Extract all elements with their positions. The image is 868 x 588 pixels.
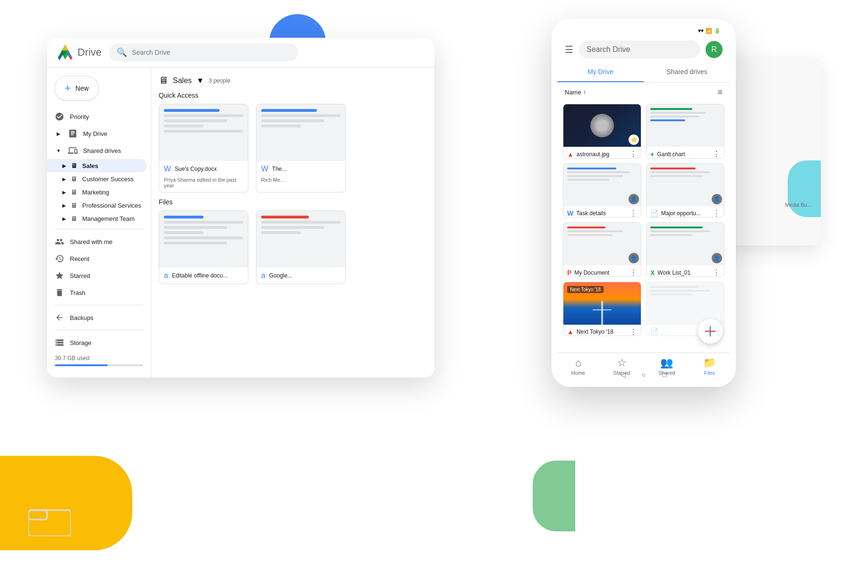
shared-badge-mydoc: 👤 [629,253,639,263]
phone-header: ☰ Search Drive R [557,37,730,62]
file-preview-editable [159,211,248,268]
phone-search-bar[interactable]: Search Drive [579,41,700,59]
phone-nav-files[interactable]: 📁 Files [703,357,716,376]
more-btn-astronaut[interactable]: ⋮ [630,150,637,159]
home-gesture[interactable]: ○ [639,370,648,379]
status-icons: ▾▾ 📶 🔋 [698,27,721,34]
phone-file-preview-astronaut: ⭐ [563,104,641,147]
phone-file-astronaut[interactable]: ⭐ ▲ astronaut.jpg ⋮ [563,104,641,159]
sidebar-item-backups[interactable]: Backups [47,309,147,326]
files-nav-icon: 📁 [703,357,716,369]
priority-icon [55,112,64,121]
sidebar-item-shared-drives[interactable]: ▼ Shared drives [47,142,147,159]
shared-nav-icon: 👥 [660,357,673,369]
phone-file-info-major: 📄 Major opportu... ⋮ [647,206,724,218]
sidebar-item-sales[interactable]: ▶ 🖥 Sales [47,159,147,172]
sort-control[interactable]: Name ↑ [565,89,586,96]
phone-file-work-list[interactable]: 👤 X Work List_01 ⋮ [646,222,724,277]
phone-file-preview-placeholder [647,282,724,325]
sort-label: Name [565,89,581,96]
more-btn-task[interactable]: ⋮ [630,209,637,218]
phone-file-my-document[interactable]: 👤 P My Document ⋮ [563,222,641,277]
sort-direction-icon: ↑ [583,89,587,96]
sidebar-item-priority[interactable]: Priority [47,108,147,125]
phone-nav-home[interactable]: ⌂ Home [571,357,585,376]
avatar-letter: R [711,45,717,54]
my-drive-icon [68,129,77,138]
phone-file-name-worklist: Work List_01 [657,269,710,276]
phone-file-info-worklist: X Work List_01 ⋮ [647,265,724,277]
sidebar-item-customer-success[interactable]: ▶ 🖥 Customer Success [47,172,151,185]
files-grid: a Editable offline docu... [159,210,427,284]
file-name-editable: Editable offline docu... [172,272,243,279]
sidebar-item-professional-services[interactable]: ▶ 🖥 Professional Services [47,199,151,212]
sidebar-recent-label: Recent [70,255,89,262]
sidebar-shared-drives-label: Shared drives [83,147,121,154]
phone-avatar[interactable]: R [706,41,723,58]
storage-used-label: 30.7 GB used [55,355,89,361]
phone-file-preview-tokyo: Next Tokyo '18 [563,282,641,325]
file-card-sues-copy[interactable]: W Sue's Copy.docx Priya Sharma edited in… [159,104,248,193]
phone-file-task-details[interactable]: 👤 W Task details ⋮ [563,163,641,218]
tokyo-image: Next Tokyo '18 [563,282,641,325]
phone-file-tokyo[interactable]: Next Tokyo '18 ▲ Next Tokyo '18 ⋮ [563,282,641,336]
drive-dropdown-arrow[interactable]: ▼ [196,76,204,85]
more-btn-major[interactable]: ⋮ [713,209,720,218]
sidebar-item-recent[interactable]: Recent [47,250,147,267]
files-nav-label: Files [704,370,715,376]
docx-icon-2: W [261,165,268,173]
sidebar-item-my-drive[interactable]: ▶ My Drive [47,125,147,142]
drive-search-bar[interactable]: 🔍 [109,43,298,61]
recents-gesture[interactable]: □ [660,370,669,379]
bg-green-shape [533,461,575,531]
sidebar-item-shared-with-me[interactable]: Shared with me [47,233,147,250]
phone-file-name-task: Task details [576,210,627,217]
more-btn-worklist[interactable]: ⋮ [713,268,720,277]
starred-icon [55,271,64,280]
phone-file-info-gantt: + Gantt chart ⋮ [647,147,724,159]
sidebar-shared-with-me-label: Shared with me [70,238,112,245]
sidebar-item-trash[interactable]: Trash [47,284,147,301]
tab-my-drive-label: My Drive [587,68,613,76]
phone-status-bar: ▾▾ 📶 🔋 [557,25,730,37]
sidebar-cs-label: Customer Success [82,176,134,183]
sidebar-item-storage[interactable]: Storage [47,334,147,351]
sidebar-item-marketing[interactable]: ▶ 🖥 Marketing [47,185,151,199]
svg-rect-0 [28,510,71,536]
menu-icon[interactable]: ☰ [565,44,573,55]
file-card-the[interactable]: W The... Rich Me... [256,104,346,193]
expand-icon-shared-drives: ▼ [55,147,62,154]
sidebar-item-starred[interactable]: Starred [47,267,147,284]
shared-with-me-icon [55,237,64,246]
more-btn-gantt[interactable]: ⋮ [713,150,720,159]
sidebar-ps-label: Professional Services [82,202,141,209]
sidebar-item-management-team[interactable]: ▶ 🖥 Management Team [47,212,151,225]
tab-shared-drives[interactable]: Shared drives [644,62,730,82]
tab-my-drive[interactable]: My Drive [557,62,644,82]
search-input[interactable] [132,49,290,56]
drive-title: Sales [173,76,192,85]
back-gesture[interactable]: ◁ [618,370,628,379]
phone-fab[interactable] [698,319,723,344]
svg-rect-1 [28,510,47,520]
phone-file-preview-major: 👤 [647,164,724,206]
shared-badge-task: 👤 [629,194,639,204]
new-button[interactable]: + New [55,76,99,101]
file-card-editable[interactable]: a Editable offline docu... [159,210,248,284]
file-info-the: W The... [256,161,345,177]
more-btn-tokyo[interactable]: ⋮ [630,328,637,336]
mt-folder-icon: 🖥 [71,215,77,222]
home-nav-label: Home [571,370,585,376]
phone-frame: ▾▾ 📶 🔋 ☰ Search Drive R My Drive Shared … [552,19,736,387]
phone-file-major-opport[interactable]: 👤 📄 Major opportu... ⋮ [646,163,724,218]
more-btn-mydoc[interactable]: ⋮ [630,268,637,277]
view-toggle-icon[interactable]: ≡ [717,87,723,97]
phone-file-info-tokyo: ▲ Next Tokyo '18 ⋮ [563,325,641,336]
tokyo-label: Next Tokyo '18 [567,286,604,293]
phone-file-name-tokyo: Next Tokyo '18 [577,328,627,335]
phone-file-gantt[interactable]: + Gantt chart ⋮ [646,104,724,159]
file-card-google[interactable]: a Google... [256,210,346,284]
sidebar-marketing-label: Marketing [82,189,109,196]
sidebar-backups-label: Backups [70,314,94,321]
bg-media-bu-label: Media Bu... [785,202,811,208]
